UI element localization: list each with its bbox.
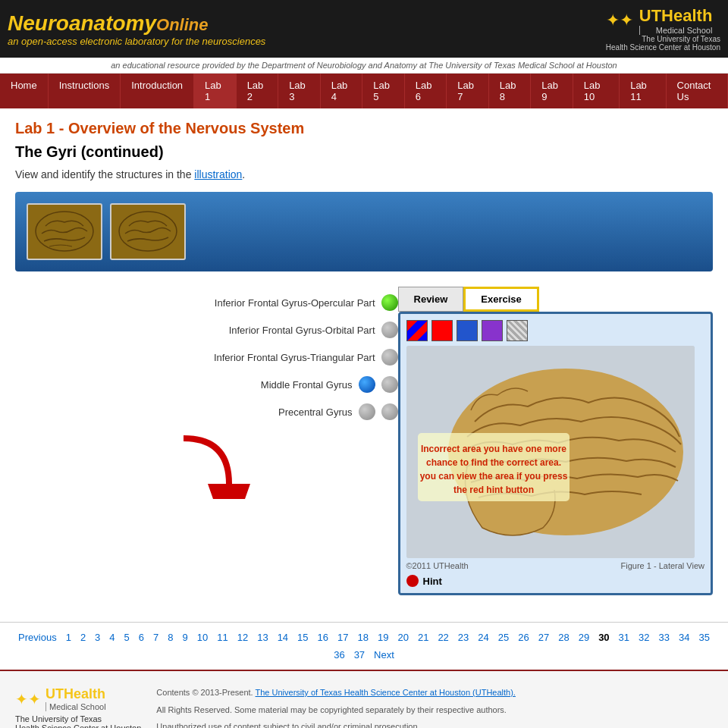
tagline-bar: an educational resource provided by the … — [0, 58, 728, 74]
footer-ut-link[interactable]: The University of Texas Health Science C… — [256, 688, 516, 697]
pagination-page-2[interactable]: 2 — [77, 630, 89, 645]
brain-svg: Incorrect area you have one more chance … — [406, 346, 695, 558]
pagination-page-4[interactable]: 4 — [106, 630, 118, 645]
nav-lab4[interactable]: Lab 4 — [321, 74, 363, 108]
pagination-page-27[interactable]: 27 — [535, 630, 552, 645]
brain-image-area[interactable]: Incorrect area you have one more chance … — [406, 346, 695, 558]
pagination-page-35[interactable]: 35 — [695, 630, 712, 645]
pagination-page-25[interactable]: 25 — [495, 630, 512, 645]
pagination-page-5[interactable]: 5 — [121, 630, 133, 645]
nav-lab6[interactable]: Lab 6 — [405, 74, 447, 108]
ut-health-logo: ✦✦ UTHealth Medical School The Universit… — [606, 6, 720, 52]
dot-gray-5a[interactable] — [359, 403, 375, 420]
structure-label-5: Precentral Gyrus — [278, 406, 353, 418]
ut-health-center: Health Science Center at Houston — [606, 43, 720, 52]
dot-gray-2[interactable] — [381, 322, 398, 338]
nav-instructions[interactable]: Instructions — [49, 74, 121, 108]
right-panel: Review Exercise — [398, 287, 713, 595]
nav-lab11[interactable]: Lab 11 — [620, 74, 666, 108]
svg-text:the red hint button: the red hint button — [453, 485, 534, 495]
pagination-page-14[interactable]: 14 — [275, 630, 291, 645]
nav-lab5[interactable]: Lab 5 — [362, 74, 405, 108]
pagination-page-17[interactable]: 17 — [334, 630, 351, 645]
pagination-page-19[interactable]: 19 — [375, 630, 391, 645]
pagination-page-15[interactable]: 15 — [294, 630, 311, 645]
brain-thumb-svg-2 — [114, 207, 182, 256]
hint-dot[interactable] — [406, 575, 419, 587]
pagination-page-23[interactable]: 23 — [455, 630, 472, 645]
illustration-link[interactable]: illustration — [194, 168, 242, 180]
brain-thumb-2[interactable] — [110, 203, 186, 260]
logo-subtitle: an open-access electronic laboratory for… — [8, 36, 265, 47]
pagination-page-37[interactable]: 37 — [351, 648, 368, 662]
footer-ut-icon: ✦✦ — [15, 690, 41, 708]
pagination-page-13[interactable]: 13 — [254, 630, 271, 645]
hint-label[interactable]: Hint — [423, 576, 442, 587]
copyright-text: ©2011 UTHealth — [406, 561, 469, 570]
dot-gray-3[interactable] — [381, 349, 398, 366]
pagination-page-20[interactable]: 20 — [394, 630, 411, 645]
pagination-page-3[interactable]: 3 — [92, 630, 103, 645]
pagination-page-24[interactable]: 24 — [475, 630, 491, 645]
footer-unauthorized: Unauthorized use of content subject to c… — [156, 720, 607, 728]
svg-text:you can view the area if you p: you can view the area if you press — [419, 471, 567, 482]
pagination-page-9[interactable]: 9 — [180, 630, 191, 645]
pattern-color-button[interactable] — [507, 320, 528, 341]
multi-color-button[interactable] — [406, 320, 428, 341]
footer-rights: All Rights Reserved. Some material may b… — [156, 704, 607, 717]
structure-row-1: Inferior Frontal Gyrus-Opercular Part — [15, 294, 398, 311]
pagination-page-10[interactable]: 10 — [194, 630, 211, 645]
pagination: Previous 1 2 3 4 5 6 7 8 9 10 11 12 13 1… — [0, 622, 728, 670]
pagination-page-7[interactable]: 7 — [150, 630, 162, 645]
pagination-page-29[interactable]: 29 — [576, 630, 592, 645]
pagination-page-18[interactable]: 18 — [355, 630, 372, 645]
exercise-tab[interactable]: Exercise — [463, 287, 539, 312]
pagination-page-30-current[interactable]: 30 — [595, 630, 612, 645]
dot-gray-5b[interactable] — [381, 403, 398, 420]
pagination-page-1[interactable]: 1 — [63, 630, 74, 645]
figure-caption-row: ©2011 UTHealth Figure 1 - Lateral View — [406, 561, 704, 570]
pagination-page-36[interactable]: 36 — [331, 648, 347, 662]
footer-ut-brand: UTHealth — [46, 686, 106, 702]
structure-row-4: Middle Frontal Gyrus — [15, 376, 398, 393]
red-color-button[interactable] — [431, 320, 453, 341]
pagination-page-12[interactable]: 12 — [234, 630, 251, 645]
nav-lab8[interactable]: Lab 8 — [489, 74, 532, 108]
nav-lab9[interactable]: Lab 9 — [531, 74, 573, 108]
pagination-page-31[interactable]: 31 — [616, 630, 632, 645]
pagination-page-33[interactable]: 33 — [656, 630, 673, 645]
nav-lab2[interactable]: Lab 2 — [237, 74, 279, 108]
purple-color-button[interactable] — [482, 320, 503, 341]
pagination-page-28[interactable]: 28 — [555, 630, 572, 645]
pagination-page-16[interactable]: 16 — [315, 630, 331, 645]
footer-university: The University of Texas — [15, 714, 141, 723]
blue-color-button[interactable] — [457, 320, 478, 341]
dot-gray-4b[interactable] — [381, 376, 398, 393]
pagination-page-32[interactable]: 32 — [635, 630, 652, 645]
left-panel: Inferior Frontal Gyrus-Opercular Part In… — [15, 287, 398, 595]
dot-green-1[interactable] — [381, 294, 398, 311]
ut-school: Medical School — [639, 26, 713, 35]
pagination-page-8[interactable]: 8 — [165, 630, 176, 645]
structure-label-1: Inferior Frontal Gyrus-Opercular Part — [215, 297, 375, 309]
nav-lab3[interactable]: Lab 3 — [278, 74, 321, 108]
pagination-page-11[interactable]: 11 — [214, 630, 231, 645]
dot-blue-4[interactable] — [359, 376, 375, 393]
review-tab[interactable]: Review — [398, 287, 464, 312]
brain-thumb-1[interactable] — [27, 203, 102, 260]
pagination-page-6[interactable]: 6 — [136, 630, 147, 645]
ut-university: The University of Texas — [606, 35, 720, 43]
pagination-page-26[interactable]: 26 — [515, 630, 532, 645]
nav-lab7[interactable]: Lab 7 — [447, 74, 489, 108]
nav-introduction[interactable]: Introduction — [121, 74, 194, 108]
nav-lab1[interactable]: Lab 1 — [194, 74, 237, 108]
nav-home[interactable]: Home — [0, 74, 49, 108]
nav-lab10[interactable]: Lab 10 — [573, 74, 620, 108]
pagination-next[interactable]: Next — [371, 648, 397, 662]
pagination-page-21[interactable]: 21 — [415, 630, 431, 645]
nav-contact[interactable]: Contact Us — [667, 74, 728, 108]
pagination-page-34[interactable]: 34 — [676, 630, 692, 645]
arrow-area — [15, 431, 398, 499]
pagination-page-22[interactable]: 22 — [435, 630, 451, 645]
pagination-previous[interactable]: Previous — [15, 630, 60, 645]
